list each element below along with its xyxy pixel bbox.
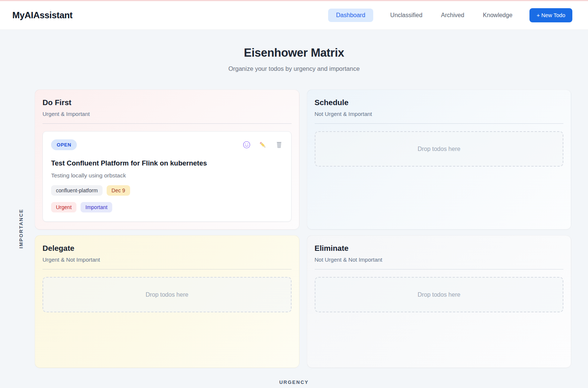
todo-meta-row: confluent-platform Dec 9: [51, 185, 283, 196]
todo-card[interactable]: OPEN: [43, 131, 292, 222]
eliminate-drop-zone[interactable]: Drop todos here: [315, 277, 564, 312]
eisenhower-matrix: IMPORTANCE Do First Urgent & Important O…: [7, 89, 571, 368]
edit-pencil-icon[interactable]: [259, 141, 267, 149]
urgency-axis: URGENCY: [0, 379, 588, 385]
todo-title: Test Confluent Platform for Flink on kub…: [51, 159, 283, 167]
quadrant-delegate: Delegate Urgent & Not Important Drop tod…: [35, 235, 299, 368]
todo-card-actions: [243, 141, 283, 149]
quadrant-schedule: Schedule Not Urgent & Important Drop tod…: [307, 89, 572, 230]
nav-tab-archived[interactable]: Archived: [440, 9, 466, 22]
nav-tab-knowledge[interactable]: Knowledge: [481, 9, 514, 22]
importance-axis-label: IMPORTANCE: [18, 209, 24, 248]
quadrant-divider: [43, 123, 292, 124]
todo-description: Testing locally using orbstack: [51, 172, 283, 179]
page-title: Eisenhower Matrix: [0, 46, 588, 60]
drop-zone-text: Drop todos here: [418, 146, 460, 152]
todo-due-date-chip: Dec 9: [107, 185, 130, 196]
todo-card-header: OPEN: [51, 139, 283, 150]
mood-smiley-icon[interactable]: [243, 141, 251, 149]
main-nav: Dashboard Unclassified Archived Knowledg…: [328, 8, 572, 22]
delegate-drop-zone[interactable]: Drop todos here: [43, 277, 292, 312]
important-label-chip: Important: [81, 202, 112, 212]
quadrant-subtitle: Urgent & Important: [43, 111, 292, 117]
quadrant-subtitle: Urgent & Not Important: [43, 256, 292, 263]
quadrant-title: Do First: [43, 98, 292, 107]
urgent-label-chip: Urgent: [51, 202, 76, 212]
quadrant-divider: [43, 269, 292, 269]
nav-tab-unclassified[interactable]: Unclassified: [389, 9, 424, 22]
todo-tag-chip: confluent-platform: [51, 185, 103, 196]
quadrant-subtitle: Not Urgent & Not Important: [315, 256, 564, 263]
delete-trash-icon[interactable]: [275, 141, 283, 149]
drop-zone-text: Drop todos here: [145, 291, 188, 298]
quadrant-title: Delegate: [43, 244, 292, 253]
quadrant-title: Schedule: [315, 98, 564, 107]
urgency-axis-label: URGENCY: [279, 379, 309, 385]
nav-tab-dashboard[interactable]: Dashboard: [328, 9, 373, 22]
quadrant-title: Eliminate: [315, 244, 564, 253]
todo-priority-row: Urgent Important: [51, 202, 283, 212]
quadrant-divider: [315, 123, 564, 124]
quadrant-do-first: Do First Urgent & Important OPEN: [35, 89, 299, 230]
importance-axis: IMPORTANCE: [7, 89, 35, 368]
quadrant-divider: [315, 269, 564, 269]
drop-zone-text: Drop todos here: [418, 291, 460, 298]
app-logo[interactable]: MyAIAssistant: [12, 10, 72, 20]
app-header: MyAIAssistant Dashboard Unclassified Arc…: [0, 1, 588, 30]
quadrant-subtitle: Not Urgent & Important: [315, 111, 564, 117]
new-todo-button[interactable]: + New Todo: [529, 8, 572, 22]
schedule-drop-zone[interactable]: Drop todos here: [315, 131, 564, 167]
status-badge: OPEN: [51, 139, 77, 150]
page-subtitle: Organize your todos by urgency and impor…: [0, 65, 588, 72]
matrix-grid: Do First Urgent & Important OPEN: [35, 89, 571, 368]
quadrant-eliminate: Eliminate Not Urgent & Not Important Dro…: [307, 235, 572, 368]
